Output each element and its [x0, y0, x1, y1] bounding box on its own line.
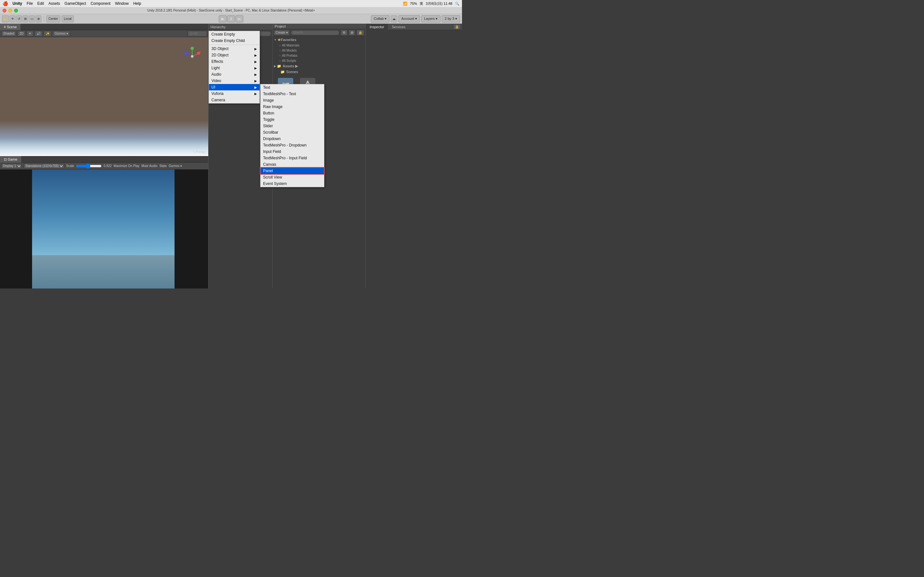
step-button[interactable]: ⏭	[236, 15, 243, 23]
fx-button[interactable]: ✨	[44, 31, 51, 37]
gizmos-button[interactable]: Gizmos ▾	[53, 31, 70, 37]
transform-tool-button[interactable]: ⊕	[36, 15, 41, 23]
resolution-select[interactable]: Standalone (1024x768)	[24, 163, 64, 169]
vuforia-item[interactable]: Vuforia ▶	[209, 90, 260, 97]
center-button[interactable]: Center	[46, 15, 60, 23]
effects-item[interactable]: Effects ▶	[209, 58, 260, 65]
submenu-panel[interactable]: Panel	[260, 168, 324, 174]
shaded-button[interactable]: Shaded	[1, 31, 16, 37]
svg-text:Z: Z	[183, 50, 185, 53]
game-tab-bar: ⊡ Game	[0, 156, 208, 163]
3d-object-arrow: ▶	[254, 47, 257, 51]
menu-unity[interactable]: Unity	[13, 1, 22, 6]
layout-button[interactable]: 2 by 3 ▾	[442, 15, 460, 23]
submenu-textmeshpro-input-field[interactable]: TextMeshPro - Input Field	[260, 155, 324, 161]
hand-tool-button[interactable]: ✋	[2, 15, 9, 23]
rect-tool-button[interactable]: ▭	[29, 15, 35, 23]
submenu-image[interactable]: Image	[260, 97, 324, 103]
menu-gameobject[interactable]: GameObject	[65, 1, 86, 6]
project-create-button[interactable]: Create ▾	[274, 30, 289, 35]
scene-gizmo[interactable]: X Y Z	[183, 47, 202, 66]
scale-slider[interactable]	[76, 163, 102, 169]
2d-object-item[interactable]: 2D Object ▶	[209, 52, 260, 58]
scenes-folder-item[interactable]: 📁 Scenes	[273, 69, 365, 75]
submenu-textmeshpro-dropdown[interactable]: TextMeshPro - Dropdown	[260, 142, 324, 148]
game-content	[32, 169, 174, 288]
pause-button[interactable]: ⏸	[227, 15, 235, 23]
game-tab-label: ⊡ Game	[4, 157, 17, 161]
game-view	[0, 169, 208, 288]
menu-component[interactable]: Component	[90, 1, 110, 6]
create-empty-item[interactable]: Create Empty	[209, 31, 260, 37]
create-empty-child-item[interactable]: Create Empty Child	[209, 37, 260, 44]
maximize-label[interactable]: Maximize On Play	[113, 164, 140, 168]
local-button[interactable]: Local	[61, 15, 74, 23]
submenu-dropdown[interactable]: Dropdown	[260, 135, 324, 142]
inspector-tab-bar: Inspector Services 🔒	[366, 24, 462, 30]
close-button[interactable]	[3, 9, 6, 13]
menu-window[interactable]: Window	[115, 1, 129, 6]
all-models-item[interactable]: All Models	[273, 48, 365, 53]
submenu-text[interactable]: Text	[260, 84, 324, 91]
scale-value: 0.922	[103, 164, 111, 168]
project-lock-button[interactable]: 🔒	[357, 30, 364, 35]
layers-button[interactable]: Layers ▾	[421, 15, 441, 23]
project-settings-button[interactable]: ⚙	[341, 30, 347, 35]
rotate-tool-button[interactable]: ↺	[16, 15, 22, 23]
fullscreen-button[interactable]	[14, 9, 18, 13]
menu-file[interactable]: File	[27, 1, 33, 6]
submenu-event-system[interactable]: Event System	[260, 181, 324, 187]
scene-view: X Y Z < Persp	[0, 37, 208, 156]
scene-tab[interactable]: # Scene	[0, 24, 21, 30]
2d-button[interactable]: 2D	[17, 31, 25, 37]
scene-search-input[interactable]	[188, 31, 207, 37]
audio-button[interactable]: 🔊	[35, 31, 42, 37]
collab-button[interactable]: Collab ▾	[371, 15, 389, 23]
submenu-scroll-view[interactable]: Scroll View	[260, 174, 324, 181]
minimize-button[interactable]	[8, 9, 12, 13]
stats-label[interactable]: Stats	[160, 164, 167, 168]
apple-menu[interactable]: 🍎	[3, 1, 8, 6]
favorites-star: ★	[278, 38, 281, 42]
gizmos2-label[interactable]: Gizmos ▾	[168, 164, 182, 168]
submenu-button[interactable]: Button	[260, 110, 324, 116]
submenu-canvas[interactable]: Canvas	[260, 161, 324, 168]
submenu-scrollbar[interactable]: Scrollbar	[260, 129, 324, 135]
lighting-button[interactable]: ☀	[27, 31, 33, 37]
submenu-toggle[interactable]: Toggle	[260, 116, 324, 123]
services-tab[interactable]: Services	[388, 24, 409, 30]
inspector-tab[interactable]: Inspector	[366, 24, 388, 30]
display-select[interactable]: Display 1	[1, 163, 22, 169]
3d-object-item[interactable]: 3D Object ▶	[209, 45, 260, 52]
menu-edit[interactable]: Edit	[37, 1, 44, 6]
submenu-textmeshpro-text[interactable]: TextMeshPro - Text	[260, 91, 324, 97]
cloud-button[interactable]: ☁	[391, 15, 397, 23]
account-button[interactable]: Account ▾	[399, 15, 420, 23]
video-item[interactable]: Video ▶	[209, 77, 260, 84]
submenu-slider[interactable]: Slider	[260, 123, 324, 129]
search-icon[interactable]: 🔍	[455, 2, 459, 6]
project-filter-button[interactable]: ⊞	[349, 30, 355, 35]
all-prefabs-item[interactable]: All Prefabs	[273, 53, 365, 58]
all-scripts-item[interactable]: All Scripts	[273, 58, 365, 63]
ui-item[interactable]: UI ▶ Text TextMeshPro - Text Image Raw I…	[209, 84, 260, 90]
submenu-input-field[interactable]: Input Field	[260, 148, 324, 155]
menu-assets[interactable]: Assets	[48, 1, 60, 6]
audio-arrow: ▶	[254, 73, 257, 76]
move-tool-button[interactable]: ✛	[10, 15, 15, 23]
game-tab[interactable]: ⊡ Game	[0, 156, 21, 163]
play-button[interactable]: ▶	[219, 15, 226, 23]
light-item[interactable]: Light ▶	[209, 65, 260, 71]
menu-help[interactable]: Help	[133, 1, 141, 6]
camera-item[interactable]: Camera	[209, 97, 260, 103]
submenu-raw-image[interactable]: Raw Image	[260, 103, 324, 110]
mute-label[interactable]: Mute Audio	[142, 164, 158, 168]
scale-tool-button[interactable]: ⊞	[23, 15, 28, 23]
audio-item[interactable]: Audio ▶	[209, 71, 260, 77]
all-materials-item[interactable]: All Materials	[273, 43, 365, 48]
separator-2	[209, 45, 260, 45]
hierarchy-panel: Hierarchy Create ▾ Create Empty Create E…	[208, 24, 273, 288]
inspector-lock-button[interactable]: 🔒	[453, 24, 461, 30]
project-search-input[interactable]	[291, 30, 339, 35]
assets-header[interactable]: ▶ 📁 Assets ▶	[273, 63, 365, 69]
